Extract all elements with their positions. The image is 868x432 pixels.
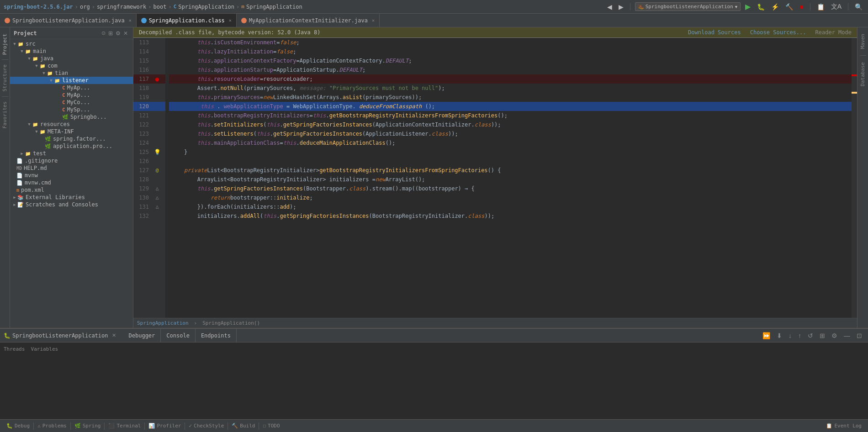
endpoints-tab[interactable]: Endpoints xyxy=(196,329,237,342)
tree-metainf[interactable]: ▼ 📁 META-INF xyxy=(10,128,133,135)
tree-label-springbo: Springbo... xyxy=(70,114,106,120)
run-config-icon: 🥾 xyxy=(638,4,644,9)
status-debug[interactable]: 🐛 Debug xyxy=(4,420,32,432)
bc-org[interactable]: org xyxy=(80,4,90,10)
tree-helpmd[interactable]: MD HELP.md xyxy=(10,164,133,172)
favorites-tab[interactable]: Favorites xyxy=(1,99,9,132)
build-button[interactable]: 🔨 xyxy=(783,2,795,11)
debug-step-over-button[interactable]: ⬇ xyxy=(774,331,784,340)
run-config-selector[interactable]: 🥾 SpringbootListenerApplication ▼ xyxy=(635,2,741,11)
translate-button[interactable]: 文A xyxy=(829,2,843,12)
debug-close-session-button[interactable]: ✕ xyxy=(112,332,116,338)
status-terminal[interactable]: ⬛ Terminal xyxy=(106,420,143,432)
search-everywhere-button[interactable]: 🔍 xyxy=(853,2,864,11)
status-build[interactable]: 🔨 Build xyxy=(229,420,258,432)
project-tab[interactable]: Project xyxy=(1,31,9,58)
bc-springapp-class[interactable]: SpringApplication xyxy=(178,4,234,10)
vcs-button[interactable]: 📋 xyxy=(815,2,826,11)
debug-layout-button[interactable]: ⊡ xyxy=(854,331,864,340)
status-profiler[interactable]: 📊 Profiler xyxy=(146,420,184,432)
nav-back-button[interactable]: ◀ xyxy=(605,2,614,11)
debug-step-out-button[interactable]: ↑ xyxy=(796,331,804,340)
tree-src[interactable]: ▼ 📁 src xyxy=(10,40,133,47)
folder-icon-resources: 📁 xyxy=(32,121,38,127)
bc-jar[interactable]: spring-boot-2.5.6.jar xyxy=(4,4,73,10)
banner-links: Download Sources Choose Sources... Reade… xyxy=(688,29,852,36)
maven-tab[interactable]: Maven xyxy=(859,31,867,52)
reader-mode-link[interactable]: Reader Mode xyxy=(815,29,852,36)
status-todo[interactable]: ☐ TODO xyxy=(260,420,282,432)
tab-springbootlistener[interactable]: SpringbootListenerApplication.java ✕ xyxy=(0,14,137,27)
stop-button[interactable]: ■ xyxy=(798,2,805,11)
tree-pomxml[interactable]: m pom.xml xyxy=(10,186,133,194)
tree-tian[interactable]: ▼ 📁 tian xyxy=(10,69,133,77)
breakpoint-117[interactable]: ● xyxy=(153,74,162,84)
debugger-tab[interactable]: Debugger xyxy=(123,329,161,342)
database-tab[interactable]: Database xyxy=(859,59,867,89)
choose-sources-link[interactable]: Choose Sources... xyxy=(750,29,806,36)
status-checkstyle[interactable]: ✓ CheckStyle xyxy=(186,420,227,432)
tree-springfactor[interactable]: 🌿 spring.factor... xyxy=(10,135,133,142)
todo-status-label: TODO xyxy=(268,423,280,429)
status-eventlog[interactable]: 📋 Event Log xyxy=(823,420,864,432)
sidebar-collapse-button[interactable]: ⊞ xyxy=(107,30,114,37)
tree-resources[interactable]: ▼ 📁 resources xyxy=(10,121,133,128)
tree-listener[interactable]: ▼ 📁 listener xyxy=(10,77,133,84)
tree-myco[interactable]: C MyCo... xyxy=(10,99,133,106)
tab-close-springapplication[interactable]: ✕ xyxy=(229,18,232,23)
status-spring[interactable]: 🌿 Spring xyxy=(72,420,104,432)
bc-boot[interactable]: boot xyxy=(153,4,166,10)
tab-springapplication[interactable]: SpringApplication.class ✕ xyxy=(137,14,237,27)
tree-gitignore[interactable]: 📄 .gitignore xyxy=(10,157,133,164)
download-sources-link[interactable]: Download Sources xyxy=(688,29,741,36)
spring-icon: 🌿 xyxy=(45,136,51,142)
tree-myapp2[interactable]: C MyAp... xyxy=(10,91,133,99)
sidebar-locate-button[interactable]: ⊙ xyxy=(100,30,107,37)
debug-minimize-button[interactable]: — xyxy=(842,331,852,340)
debug-step-into-button[interactable]: ↓ xyxy=(786,331,794,340)
debug-resume-button[interactable]: ⏩ xyxy=(760,331,773,340)
console-tab[interactable]: Console xyxy=(161,329,196,342)
class-icon-mysp: C xyxy=(62,107,65,113)
debug-button[interactable]: 🐛 xyxy=(755,2,767,11)
tree-external-libs[interactable]: ▶ 📚 External Libraries xyxy=(10,194,133,201)
run-button[interactable]: ▶ xyxy=(743,1,752,12)
scrollbar-current-marker xyxy=(852,92,857,94)
folder-icon-listener: 📁 xyxy=(54,77,60,84)
tree-test[interactable]: ▶ 📁 test xyxy=(10,150,133,157)
code-line-130: return bootstrapper:: initialize ; xyxy=(169,193,852,202)
tree-mysp[interactable]: C MySp... xyxy=(10,106,133,113)
tree-com[interactable]: ▼ 📁 com xyxy=(10,62,133,69)
run-config-arrow: ▼ xyxy=(735,5,737,9)
sidebar-close-button[interactable]: ✕ xyxy=(122,30,129,37)
tree-springbo[interactable]: 🌿 Springbo... xyxy=(10,113,133,121)
annotation-127: @ xyxy=(153,166,162,175)
debug-toolbar: ⏩ ⬇ ↓ ↑ ↺ ⊞ ⚙ — ⊡ xyxy=(760,331,864,340)
class-icon-myco: C xyxy=(62,100,65,105)
bc-springframework[interactable]: springframework xyxy=(97,4,146,10)
structure-tab[interactable]: Structure xyxy=(1,62,9,95)
tab-close-springbootlistener[interactable]: ✕ xyxy=(129,18,132,23)
gutter: 113 114 115 xyxy=(133,38,165,318)
debug-rerun-button[interactable]: ↺ xyxy=(805,331,815,340)
tab-close-myapplicationcontext[interactable]: ✕ xyxy=(372,18,375,23)
status-problems[interactable]: ⚠ Problems xyxy=(35,420,69,432)
debug-panel: 🐛 SpringbootListenerApplication ✕ Debugg… xyxy=(0,328,868,419)
tree-appprops[interactable]: 🌿 application.pro... xyxy=(10,142,133,150)
nav-forward-button[interactable]: ▶ xyxy=(617,2,625,11)
sidebar-settings-button[interactable]: ⚙ xyxy=(114,30,122,37)
tree-java[interactable]: ▼ 📁 java xyxy=(10,55,133,62)
line-gutter-129: 129 △ xyxy=(133,184,165,193)
tree-scratches[interactable]: ▶ 📝 Scratches and Consoles xyxy=(10,201,133,208)
tree-main[interactable]: ▼ 📁 main xyxy=(10,47,133,55)
scratches-icon: 📝 xyxy=(17,202,24,208)
coverage-button[interactable]: ⚡ xyxy=(769,2,781,11)
tree-mvnwcmd[interactable]: 📄 mvnw.cmd xyxy=(10,179,133,186)
tree-myapp1[interactable]: C MyAp... xyxy=(10,84,133,91)
tab-myapplicationcontext[interactable]: MyApplicationContextInitializer.java ✕ xyxy=(237,14,380,27)
code-line-124: this . mainApplicationClass = this . ded… xyxy=(169,138,852,148)
tree-mvnw[interactable]: 📄 mvnw xyxy=(10,172,133,179)
debug-settings-button[interactable]: ⚙ xyxy=(829,331,840,340)
bc-springapp-method[interactable]: SpringApplication xyxy=(246,4,302,10)
debug-grid-button[interactable]: ⊞ xyxy=(817,331,827,340)
